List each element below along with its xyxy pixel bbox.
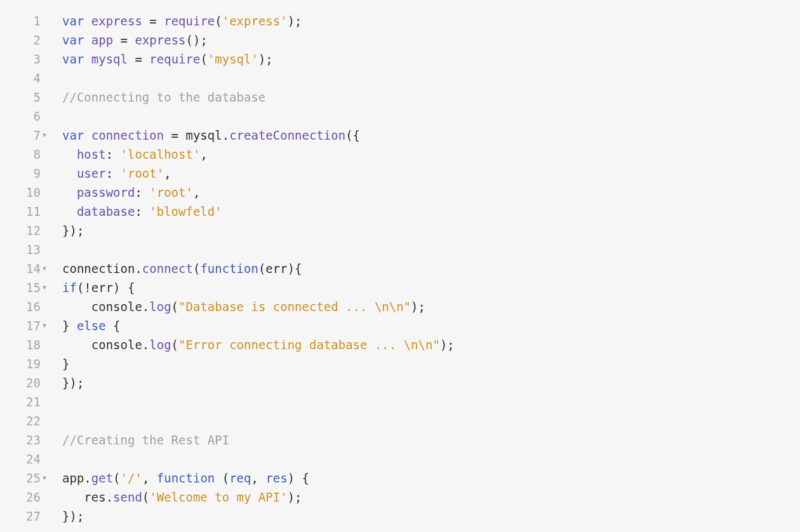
code-line[interactable]: var mysql = require('mysql'); — [62, 50, 455, 69]
code-line[interactable] — [62, 411, 455, 430]
token-plain: console. — [62, 300, 149, 314]
line-number: 5 — [0, 88, 41, 107]
token-kw: function — [200, 262, 258, 276]
code-line[interactable]: console.log("Database is connected ... \… — [62, 297, 455, 316]
token-prop: user — [77, 166, 106, 180]
token-kw: var — [62, 52, 84, 66]
token-plain: { — [106, 319, 121, 333]
token-comment: //Creating the Rest API — [62, 433, 229, 447]
code-line[interactable] — [62, 392, 455, 411]
token-method: createConnection — [229, 128, 345, 142]
token-str: "Database is connected ... \n\n" — [178, 300, 411, 314]
token-method: log — [149, 338, 171, 352]
token-method: connect — [142, 262, 193, 276]
line-number: 6 — [0, 107, 41, 126]
token-plain: ( — [171, 300, 178, 314]
code-line[interactable]: }); — [62, 221, 455, 240]
token-plain: ( — [215, 14, 222, 28]
token-plain: ); — [288, 490, 302, 504]
code-line[interactable] — [62, 449, 455, 469]
token-plain: , — [164, 166, 171, 180]
token-prop: password — [77, 185, 135, 199]
code-line[interactable] — [62, 69, 455, 88]
token-plain: : — [106, 166, 121, 180]
fold-toggle-icon[interactable]: ▼ — [41, 316, 48, 335]
token-plain: : — [106, 147, 121, 161]
token-plain: (!err) { — [77, 281, 135, 295]
token-ident-decl: connection — [91, 128, 164, 142]
code-line[interactable]: if(!err) { — [62, 278, 455, 297]
code-line[interactable]: } else { — [62, 316, 455, 335]
fold-toggle-icon[interactable]: ▼ — [41, 278, 48, 297]
code-line[interactable]: } — [62, 354, 455, 373]
code-line[interactable] — [62, 107, 455, 126]
token-plain: ({ — [345, 128, 360, 142]
code-line[interactable]: res.send('Welcome to my API'); — [62, 488, 455, 507]
token-str: 'Welcome to my API' — [149, 490, 287, 504]
token-plain: } — [62, 357, 69, 371]
token-str: 'localhost' — [121, 147, 201, 161]
code-line[interactable] — [62, 240, 455, 259]
line-number: 21 — [0, 392, 41, 411]
code-line[interactable]: host: 'localhost', — [62, 145, 455, 164]
fold-toggle-icon[interactable]: ▼ — [41, 259, 48, 278]
token-str: 'root' — [149, 185, 193, 199]
token-plain: ( — [142, 490, 149, 504]
code-line[interactable]: connection.connect(function(err){ — [62, 259, 455, 278]
token-method: require — [164, 14, 215, 28]
code-line[interactable]: app.get('/', function (req, res) { — [62, 469, 455, 488]
token-plain: }); — [62, 223, 84, 237]
token-plain — [84, 52, 91, 66]
token-method: log — [149, 300, 171, 314]
token-plain: res. — [62, 490, 113, 504]
line-number: 7▼ — [0, 126, 41, 145]
token-str: 'blowfeld' — [149, 204, 222, 218]
code-line[interactable]: //Connecting to the database — [62, 88, 455, 107]
token-plain: ); — [288, 14, 302, 28]
token-plain: ( — [113, 471, 120, 485]
line-number: 1 — [0, 11, 41, 30]
line-number: 17▼ — [0, 316, 41, 335]
code-line[interactable]: var express = require('express'); — [62, 11, 455, 30]
line-number-gutter: 1234567▼891011121314▼15▼1617▼18192021222… — [0, 11, 50, 526]
code-line[interactable]: database: 'blowfeld' — [62, 202, 455, 221]
token-plain: , — [193, 185, 200, 199]
token-plain: , — [200, 147, 207, 161]
token-kw: var — [62, 33, 84, 47]
token-plain: (); — [186, 33, 208, 47]
line-number: 10 — [0, 183, 41, 202]
token-prop: host — [77, 147, 106, 161]
fold-toggle-icon[interactable]: ▼ — [41, 469, 48, 488]
code-line[interactable]: password: 'root', — [62, 183, 455, 202]
code-line[interactable]: //Creating the Rest API — [62, 430, 455, 449]
line-number: 19 — [0, 354, 41, 373]
token-plain: = — [128, 52, 149, 66]
token-plain: ); — [411, 300, 425, 314]
token-plain — [84, 14, 91, 28]
token-plain: (err){ — [258, 262, 302, 276]
code-line[interactable]: }); — [62, 373, 455, 392]
token-plain: ( — [193, 262, 200, 276]
code-line[interactable]: var connection = mysql.createConnection(… — [62, 126, 455, 145]
token-method: require — [149, 52, 200, 66]
token-prop: database — [77, 204, 135, 218]
fold-toggle-icon[interactable]: ▼ — [41, 126, 48, 145]
code-line[interactable]: var app = express(); — [62, 30, 455, 50]
code-line[interactable]: console.log("Error connecting database .… — [62, 335, 455, 354]
code-editor[interactable]: 1234567▼891011121314▼15▼1617▼18192021222… — [0, 11, 800, 526]
token-plain: ) { — [288, 471, 309, 485]
token-method: get — [91, 471, 113, 485]
token-plain: }); — [62, 376, 84, 390]
token-kw: if — [62, 281, 77, 295]
line-number: 27 — [0, 507, 41, 526]
token-kw: var — [62, 128, 84, 142]
token-plain — [62, 147, 77, 161]
code-line[interactable]: }); — [62, 507, 455, 526]
code-area[interactable]: var express = require('express');var app… — [50, 11, 455, 526]
token-plain: }); — [62, 509, 84, 523]
code-line[interactable]: user: 'root', — [62, 164, 455, 183]
line-number: 26 — [0, 488, 41, 507]
token-plain: = — [142, 14, 164, 28]
token-plain: , — [142, 471, 157, 485]
line-number: 13 — [0, 240, 41, 259]
